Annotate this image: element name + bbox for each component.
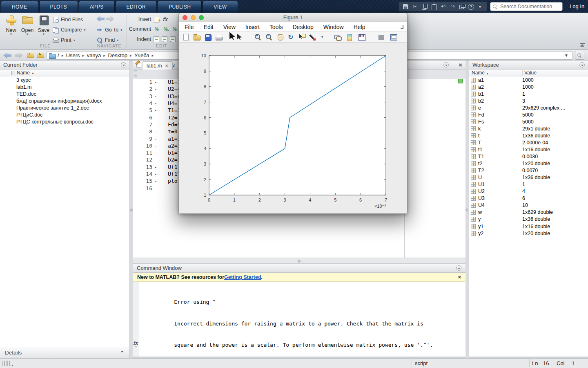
ribbon-tab[interactable]: VIEW (203, 1, 238, 13)
ribbon-tab[interactable]: PLOTS (39, 1, 78, 13)
qt-help-icon[interactable] (468, 4, 474, 10)
breadcrumb-segment[interactable]: vanya (87, 52, 101, 58)
insert-row[interactable]: Insert fx (127, 16, 167, 22)
qt-redo-icon[interactable] (449, 3, 456, 10)
plot-canvas[interactable]: 0123456712345678910×10⁻³ (179, 43, 407, 213)
tab-grab-handle[interactable] (134, 70, 137, 77)
qt-paste-icon[interactable] (430, 3, 437, 10)
indent-row[interactable]: Indent (127, 36, 176, 42)
variable-row[interactable]: y 1x36 double (469, 216, 588, 223)
history-forward-icon[interactable] (15, 52, 23, 58)
file-row[interactable]: РТЦиС.doc (0, 111, 129, 118)
ribbon-tab[interactable]: PUBLISH (158, 1, 202, 13)
figure-titlebar[interactable]: Figure 1 (179, 13, 407, 22)
variable-row[interactable]: U2 4 (469, 188, 588, 195)
fx-icon[interactable]: fx (163, 16, 167, 22)
variable-row[interactable]: a1 1000 (469, 76, 588, 83)
find-files-button[interactable]: Find Files (52, 16, 83, 23)
file-row[interactable]: lab1.m (0, 83, 129, 90)
new-button[interactable]: New▾ (2, 15, 20, 36)
indent-left-icon[interactable] (170, 36, 176, 42)
panel-menu-icon[interactable] (579, 62, 585, 67)
getting-started-link[interactable]: Getting Started (224, 274, 261, 280)
goto-button[interactable]: Go To ▾ (96, 26, 122, 34)
up-folder-icon[interactable] (27, 52, 34, 58)
qt-undo-icon[interactable] (440, 3, 447, 10)
figure-menu-item[interactable]: Insert (245, 24, 260, 30)
figure-menu-item[interactable]: Help (354, 24, 365, 30)
panel-menu-icon[interactable] (456, 265, 461, 271)
column-divider[interactable] (522, 70, 523, 76)
qt-caret-icon[interactable] (477, 3, 483, 10)
zoom-out-icon[interactable]: − (265, 34, 273, 41)
menu-more-icon[interactable] (401, 25, 403, 29)
print-button[interactable]: Print ▾ (52, 36, 75, 44)
variable-row[interactable]: e 29x629 complex ... (469, 104, 588, 111)
qt-window-icon[interactable] (459, 3, 466, 10)
brush-dropdown-icon[interactable]: ▾ (321, 35, 324, 39)
data-cursor-icon[interactable] (298, 34, 306, 41)
variable-row[interactable]: Fd 5000 (469, 111, 588, 118)
breadcrumb-segment[interactable]: Desktop (108, 52, 127, 58)
browse-folder-icon[interactable] (37, 52, 44, 58)
file-row[interactable]: TED.doc (0, 90, 129, 97)
breadcrumb-segment[interactable]: Учеба (134, 52, 149, 58)
variable-row[interactable]: U 1x36 double (469, 174, 588, 181)
link-plot-icon[interactable] (334, 34, 341, 41)
workspace-column-headers[interactable]: Name ▲ Value (469, 70, 588, 76)
splitter-handle[interactable] (298, 260, 301, 263)
find-button[interactable]: Find ▾ (96, 36, 118, 44)
zoom-in-icon[interactable]: + (254, 34, 262, 41)
minimize-window-icon[interactable] (191, 15, 196, 20)
ribbon-tab[interactable]: EDITOR (116, 1, 157, 13)
figure-menu-item[interactable]: Tools (270, 24, 283, 30)
close-banner-icon[interactable] (458, 275, 461, 280)
editor-tab-lab1[interactable]: lab1.m (142, 61, 173, 70)
variable-row[interactable]: b1 1 (469, 90, 588, 97)
print-figure-icon[interactable] (215, 34, 223, 41)
figure-menu-item[interactable]: Desktop (292, 24, 313, 30)
login-button[interactable]: Log In (570, 3, 584, 9)
search-folder-button[interactable] (575, 51, 584, 60)
vertical-splitter[interactable] (466, 61, 469, 358)
pan-icon[interactable] (276, 34, 284, 41)
indent-right-icon[interactable] (162, 36, 167, 42)
forward-icon[interactable] (106, 16, 114, 22)
insert-legend-icon[interactable] (358, 34, 365, 41)
qt-cut-icon[interactable] (412, 3, 419, 10)
rotate-3d-icon[interactable] (287, 34, 295, 41)
breadcrumb-segment[interactable]: Users (66, 52, 80, 58)
ribbon-tab[interactable]: HOME (1, 1, 38, 13)
figure-window[interactable]: Figure 1 FileEditViewInsertToolsDesktopW… (178, 13, 408, 214)
figure-menu-item[interactable]: File (185, 24, 194, 30)
variable-row[interactable]: U1 1 (469, 181, 588, 188)
breadcrumb-segment[interactable]: / (58, 52, 59, 58)
variable-row[interactable]: b2 3 (469, 97, 588, 104)
close-window-icon[interactable] (183, 15, 187, 20)
ribbon-tab[interactable]: APPS (79, 1, 115, 13)
collapse-details-icon[interactable]: ⌃ (120, 350, 125, 356)
search-input[interactable] (499, 3, 557, 10)
uncomment-icon[interactable]: % (163, 27, 169, 31)
brush-icon[interactable] (310, 34, 317, 41)
figure-menu-item[interactable]: Window (323, 24, 344, 30)
history-back-icon[interactable] (3, 52, 11, 58)
file-row[interactable]: бжд( справочная информация).docx (0, 97, 129, 104)
close-icon[interactable] (459, 63, 462, 67)
file-row[interactable]: 3 курс (0, 76, 129, 83)
figure-menu-item[interactable]: View (223, 24, 236, 30)
variable-row[interactable]: y2 1x20 double (469, 230, 588, 237)
close-tab-icon[interactable] (165, 63, 168, 68)
variable-row[interactable]: U4 10 (469, 202, 588, 209)
hide-plot-tools-icon[interactable] (378, 34, 385, 41)
name-column-header[interactable]: Name ▲ (0, 70, 129, 76)
variable-row[interactable]: a2 1000 (469, 83, 588, 90)
comment-icon[interactable]: % (154, 27, 160, 31)
line-chart[interactable]: 0123456712345678910×10⁻³ (179, 43, 407, 213)
command-output[interactable]: fx Error using ^ Incorrect dimensions fo… (133, 282, 466, 357)
zoom-window-icon[interactable] (199, 15, 204, 20)
code-analyzer-indicator[interactable] (458, 79, 463, 83)
variable-row[interactable]: t1 1x16 double (469, 146, 588, 153)
save-figure-icon[interactable] (204, 34, 212, 41)
variable-row[interactable]: U3 6 (469, 195, 588, 202)
